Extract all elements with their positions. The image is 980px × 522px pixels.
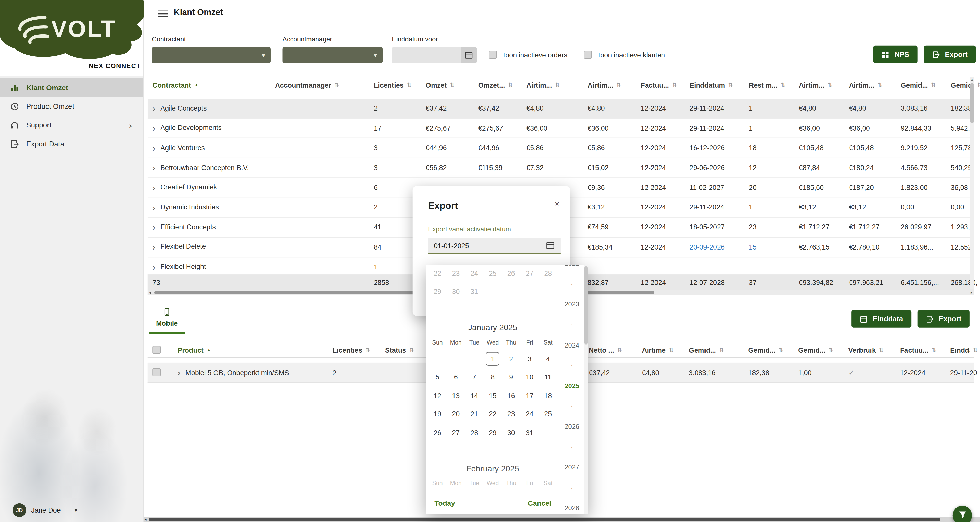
sort-icon[interactable]: ⇅ [781, 81, 785, 88]
sort-icon[interactable]: ⇅ [778, 347, 783, 353]
calendar-day[interactable]: 30 [502, 423, 520, 442]
sort-icon[interactable]: ▲ [207, 348, 211, 352]
export-button[interactable]: Export [918, 310, 969, 328]
calendar-day[interactable]: 2 [502, 349, 520, 368]
sort-icon[interactable]: ⇅ [829, 347, 833, 353]
calendar-day[interactable]: 19 [428, 405, 447, 423]
calendar-day[interactable]: 26 [502, 265, 520, 282]
table-row[interactable]: ›Agile Developments17€275,67€275,67€36,0… [148, 118, 974, 138]
calendar-day[interactable]: 4 [539, 349, 557, 368]
calendar-day[interactable]: 11 [539, 368, 557, 387]
year-option[interactable]: 2028 [560, 498, 584, 514]
einddata-button[interactable]: Einddata [851, 310, 911, 328]
sort-icon[interactable]: ⇅ [879, 347, 883, 353]
column-header[interactable]: Gemid...⇅ [684, 343, 743, 357]
column-header[interactable]: Verbruik⇅ [843, 343, 895, 357]
sort-icon[interactable]: ⇅ [878, 81, 882, 88]
tab-mobile[interactable]: Mobile [149, 306, 185, 334]
column-header[interactable]: Einddatum⇅ [684, 76, 744, 94]
sort-icon[interactable]: ⇅ [407, 81, 411, 88]
menu-icon[interactable] [158, 9, 167, 19]
select-all-checkbox[interactable] [153, 346, 161, 354]
calendar-day[interactable]: 20 [447, 405, 465, 423]
calendar-day[interactable]: 29 [428, 282, 447, 301]
calendar-day[interactable]: 31 [520, 423, 539, 442]
column-header[interactable]: Contractant▲ [148, 76, 270, 94]
page-horizontal-scrollbar[interactable]: ◂ [144, 517, 980, 522]
calendar-day[interactable]: 24 [520, 405, 539, 423]
row-expand-icon[interactable]: › [177, 368, 180, 377]
calendar-icon[interactable] [546, 240, 561, 250]
sort-icon[interactable]: ⇅ [616, 81, 621, 88]
row-expand-icon[interactable]: › [153, 243, 155, 251]
sort-icon[interactable]: ⇅ [617, 347, 622, 353]
column-header[interactable]: Rest m...⇅ [744, 76, 794, 94]
calendar-day[interactable]: 27 [447, 423, 465, 442]
accountmanager-select[interactable]: ▾ [282, 47, 382, 63]
calendar-day[interactable]: 9 [502, 368, 520, 387]
column-header[interactable] [148, 343, 173, 357]
column-header[interactable]: Airtim...⇅ [583, 76, 636, 94]
table-row[interactable]: ›Agile Ventures3€44,96€44,96€5,86€5,8612… [148, 138, 974, 158]
row-expand-icon[interactable]: › [153, 143, 155, 152]
calendar-day[interactable]: 15 [484, 387, 502, 405]
column-header[interactable]: Airtime⇅ [637, 343, 684, 357]
calendar-day[interactable]: 25 [484, 265, 502, 282]
column-header[interactable]: Netto ...⇅ [584, 343, 637, 357]
export-button[interactable]: Export [924, 46, 976, 63]
calendar-day[interactable]: 12 [428, 387, 447, 405]
sort-icon[interactable]: ⇅ [973, 347, 977, 353]
calendar-day[interactable]: 28 [465, 423, 484, 442]
sort-icon[interactable]: ⇅ [409, 347, 414, 353]
scrollbar-thumb[interactable] [970, 83, 974, 123]
sort-icon[interactable]: ⇅ [931, 81, 935, 88]
inactive-klanten-checkbox[interactable] [584, 51, 592, 59]
sort-icon[interactable]: ⇅ [508, 81, 513, 88]
calendar-day[interactable]: 23 [447, 265, 465, 282]
calendar-day[interactable]: 18 [539, 387, 557, 405]
calendar-day[interactable]: 13 [447, 387, 465, 405]
calendar-day[interactable]: 16 [502, 387, 520, 405]
calendar-day[interactable]: 29 [484, 423, 502, 442]
inactive-orders-checkbox[interactable] [489, 51, 497, 59]
calendar-day[interactable]: 6 [447, 368, 465, 387]
sidebar-item-support[interactable]: Support › [0, 116, 143, 134]
year-option[interactable]: 2025 [560, 376, 584, 396]
calendar-day[interactable]: 10 [520, 368, 539, 387]
today-button[interactable]: Today [434, 500, 455, 507]
sidebar-item-product-omzet[interactable]: Product Omzet [0, 97, 143, 115]
scrollbar-thumb[interactable] [584, 266, 587, 344]
calendar-day[interactable]: 21 [465, 405, 484, 423]
nps-button[interactable]: NPS [873, 46, 918, 63]
calendar-day[interactable]: 30 [447, 282, 465, 301]
calendar-day[interactable]: 25 [539, 405, 557, 423]
column-header[interactable]: Gemid...⇅ [896, 76, 946, 94]
calendar-day[interactable]: 8 [484, 368, 502, 387]
column-header[interactable]: Airtim...⇅ [794, 76, 844, 94]
column-header[interactable]: Airtim...⇅ [844, 76, 896, 94]
sort-icon[interactable]: ⇅ [672, 81, 677, 88]
sidebar-item-klant-omzet[interactable]: Klant Omzet [0, 78, 143, 97]
sort-icon[interactable]: ⇅ [827, 81, 832, 88]
column-header[interactable]: Factuu...⇅ [895, 343, 945, 357]
calendar-day[interactable]: 24 [465, 265, 484, 282]
calendar-day[interactable]: 26 [428, 423, 447, 442]
year-option[interactable]: 2023 [560, 294, 584, 314]
column-header[interactable]: Licenties⇅ [369, 76, 420, 94]
row-expand-icon[interactable]: › [153, 263, 155, 271]
calendar-icon[interactable] [461, 47, 477, 63]
column-header[interactable]: Accountmanager⇅ [270, 76, 369, 94]
column-header[interactable]: Omzet⇅ [421, 76, 473, 94]
year-scrollbar[interactable] [584, 265, 588, 514]
column-header[interactable]: Licenties⇅ [328, 343, 380, 357]
calendar-day[interactable]: 27 [520, 265, 539, 282]
column-header[interactable]: Gemid...⇅ [743, 343, 793, 357]
column-header[interactable]: Product▲ [173, 343, 328, 357]
table-row[interactable]: ›Betrouwbaar Concepten B.V.3€56,82€115,3… [148, 158, 974, 178]
table-row[interactable]: ›Agile Concepts2€37,42€37,42€4,80€4,8012… [148, 99, 974, 119]
column-header[interactable]: Gemid.⇅ [946, 76, 980, 94]
scroll-left-icon[interactable]: ◂ [144, 517, 146, 522]
sort-icon[interactable]: ⇅ [669, 347, 673, 353]
row-expand-icon[interactable]: › [153, 104, 155, 113]
calendar-day[interactable]: 22 [428, 265, 447, 282]
